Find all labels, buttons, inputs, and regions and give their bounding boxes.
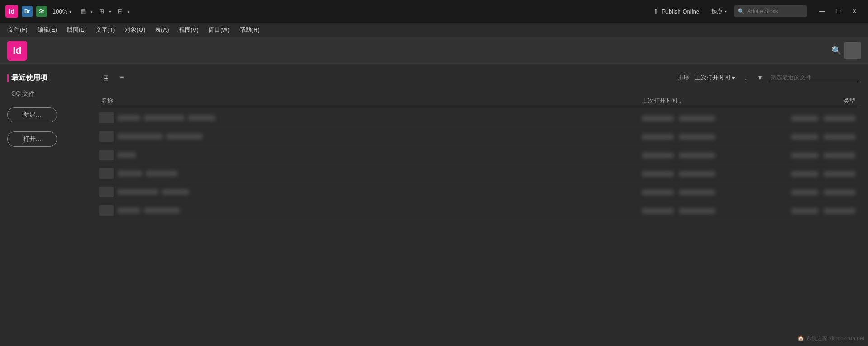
table-row[interactable]	[99, 109, 859, 127]
workspace-chevron-icon: ▾	[725, 9, 727, 14]
stock-icon[interactable]: St	[36, 6, 47, 17]
layout-icon[interactable]: ⊞	[95, 5, 108, 18]
blurred-date	[679, 134, 715, 140]
filter-input[interactable]	[769, 73, 859, 82]
toolbar-icons: ▦ ▾ ⊞ ▾ ⊟ ▾	[77, 5, 130, 18]
accent-bar	[7, 74, 9, 82]
workspace-icon[interactable]: ⊟	[114, 5, 127, 18]
view-toggle: ⊞ ≡	[99, 71, 128, 84]
file-date-cell	[642, 132, 769, 140]
blurred-date	[679, 171, 715, 177]
sort-direction-button[interactable]: ↓	[741, 72, 751, 83]
menu-edit[interactable]: 编辑(E)	[33, 24, 61, 36]
workspace-selector[interactable]: 起点 ▾	[708, 7, 731, 15]
recent-label: 最近使用项	[11, 73, 47, 83]
cc-files-label: CC 文件	[7, 90, 83, 98]
blurred-type	[791, 134, 818, 140]
home-toolbar: Id 🔍	[0, 37, 868, 64]
file-name-cell	[99, 131, 642, 142]
file-thumb	[99, 112, 114, 123]
blurred-type	[824, 208, 855, 214]
blurred-date	[679, 208, 715, 214]
adobe-stock-input[interactable]	[747, 8, 802, 14]
adobe-stock-search[interactable]: 🔍	[734, 5, 807, 17]
bridge-icon[interactable]: Br	[22, 6, 33, 17]
home-search-icon[interactable]: 🔍	[828, 42, 844, 59]
zoom-control: 100% ▾	[52, 8, 71, 15]
blurred-name	[118, 208, 140, 213]
menu-bar: 文件(F) 编辑(E) 版面(L) 文字(T) 对象(O) 表(A) 视图(V)…	[0, 23, 868, 37]
col-type-header: 类型	[769, 97, 859, 105]
grid-view-icon[interactable]: ▦	[77, 5, 90, 18]
blurred-name	[188, 115, 215, 121]
publish-online-button[interactable]: ⬆ Publish Online	[649, 5, 704, 18]
home-logo[interactable]: Id	[7, 41, 27, 61]
blurred-date	[642, 134, 674, 140]
recent-section-title: 最近使用项	[7, 73, 83, 83]
blurred-name	[118, 115, 140, 121]
menu-help[interactable]: 帮助(H)	[235, 24, 264, 36]
zoom-chevron-icon[interactable]: ▾	[69, 9, 71, 14]
table-row[interactable]	[99, 146, 859, 164]
sort-chevron-down-icon: ▾	[732, 75, 735, 81]
table-row[interactable]	[99, 201, 859, 220]
close-button[interactable]: ✕	[846, 5, 863, 18]
grid-view-button[interactable]: ⊞	[99, 71, 112, 84]
menu-file[interactable]: 文件(F)	[4, 24, 32, 36]
files-table: 名称 上次打开时间 ↓ 类型	[99, 95, 859, 220]
blurred-type	[824, 171, 855, 177]
col-date-header[interactable]: 上次打开时间 ↓	[642, 97, 769, 105]
blurred-name	[146, 171, 178, 176]
blurred-name	[162, 189, 189, 195]
file-type-cell	[769, 188, 859, 196]
sort-value-label: 上次打开时间	[695, 74, 730, 82]
menu-text[interactable]: 文字(T)	[91, 24, 120, 36]
file-date-cell	[642, 188, 769, 196]
file-type-cell	[769, 206, 859, 215]
menu-layout[interactable]: 版面(L)	[62, 24, 90, 36]
file-type-cell	[769, 169, 859, 178]
blurred-date	[679, 116, 715, 121]
blurred-name	[144, 208, 180, 213]
new-button[interactable]: 新建...	[7, 107, 57, 122]
blurred-type	[791, 153, 818, 158]
blurred-date	[642, 153, 674, 158]
blurred-name	[166, 134, 203, 139]
list-view-button[interactable]: ≡	[116, 71, 128, 84]
file-name-cell	[99, 112, 642, 123]
filter-icon: ▼	[757, 74, 763, 81]
blurred-type	[791, 171, 818, 177]
blurred-name	[144, 115, 184, 121]
file-date-cell	[642, 206, 769, 215]
home-profile-button[interactable]	[844, 42, 861, 59]
minimize-button[interactable]: —	[814, 5, 830, 18]
menu-object[interactable]: 对象(O)	[120, 24, 150, 36]
open-button[interactable]: 打开...	[7, 131, 57, 147]
table-row[interactable]	[99, 183, 859, 201]
table-row[interactable]	[99, 164, 859, 183]
file-date-cell	[642, 169, 769, 178]
menu-view[interactable]: 视图(V)	[175, 24, 203, 36]
restore-button[interactable]: ❐	[830, 5, 846, 18]
file-date-cell	[642, 114, 769, 122]
files-table-header: 名称 上次打开时间 ↓ 类型	[99, 95, 859, 107]
blurred-name	[118, 171, 142, 176]
workspace-chevron-icon[interactable]: ▾	[127, 9, 130, 14]
file-thumb	[99, 187, 114, 197]
sort-toolbar: ⊞ ≡ 排序 上次打开时间 ▾ ↓ ▼	[99, 71, 859, 88]
sort-value-dropdown[interactable]: 上次打开时间 ▾	[695, 74, 735, 82]
publish-online-label: Publish Online	[661, 8, 699, 15]
blurred-name	[118, 152, 136, 158]
upload-icon: ⬆	[653, 8, 659, 15]
layout-chevron-icon[interactable]: ▾	[109, 9, 111, 14]
window-controls: — ❐ ✕	[814, 5, 863, 18]
file-name-cell	[99, 150, 642, 160]
grid-chevron-icon[interactable]: ▾	[90, 9, 93, 14]
blurred-type	[791, 190, 818, 195]
table-row[interactable]	[99, 127, 859, 146]
title-bar: Id Br St 100% ▾ ▦ ▾ ⊞ ▾ ⊟ ▾ ⬆ Publish On…	[0, 0, 868, 23]
blurred-type	[791, 208, 818, 214]
menu-window[interactable]: 窗口(W)	[204, 24, 234, 36]
menu-table[interactable]: 表(A)	[151, 24, 173, 36]
file-thumb	[99, 131, 114, 142]
